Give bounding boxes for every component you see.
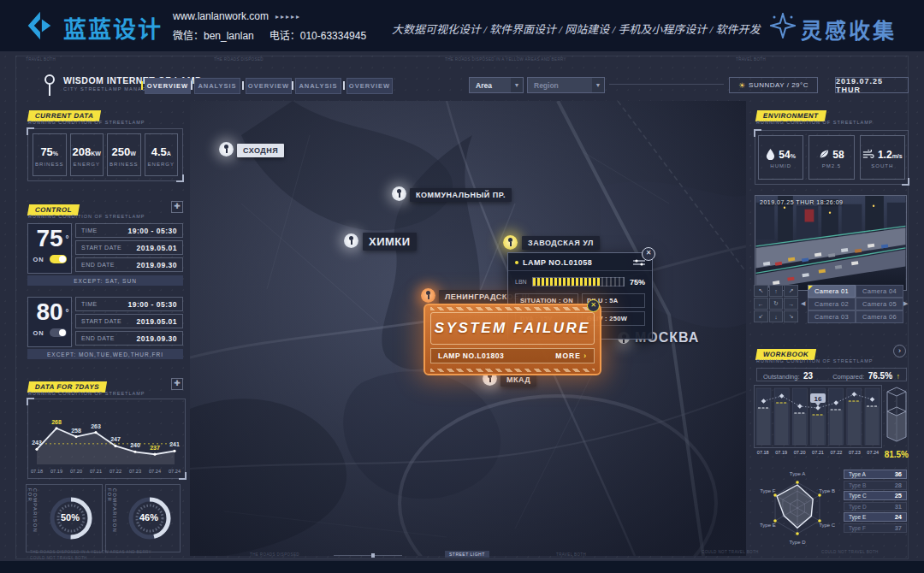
tab-overview-2[interactable]: OVERVIEW (246, 78, 292, 94)
hud-decor-text: THE ROADS DISPOSED IN A YELLOW AREAS AND… (30, 550, 151, 554)
type-row-e[interactable]: Type E24 (844, 512, 907, 522)
map-pin-shodnya[interactable] (219, 142, 234, 157)
more-button[interactable]: MORE (555, 351, 587, 360)
chevron-down-icon[interactable]: ▼ (592, 78, 604, 92)
map-label[interactable]: КОММУНАЛЬНЫЙ ПР. (410, 188, 512, 202)
end-date-row[interactable]: END DATE2019.09.30 (75, 257, 183, 272)
schedule-toggle[interactable] (50, 328, 67, 337)
header-divider (609, 84, 724, 85)
map-pin-zavodskaya[interactable] (503, 235, 518, 250)
banner-phone: 电话：010-63334945 (270, 27, 366, 42)
schedule-toggle[interactable] (50, 255, 67, 263)
svg-text:268: 268 (51, 419, 62, 425)
map-pin-leningradskoe[interactable] (421, 288, 435, 303)
type-row-d[interactable]: Type D31 (844, 502, 907, 511)
camera-button-03[interactable]: Camera 03 (808, 310, 856, 323)
chevron-down-icon[interactable]: ▼ (511, 78, 523, 92)
time-row[interactable]: TIME19:00 - 05:30 (75, 297, 183, 311)
start-date-row[interactable]: START DATE2019.05.01 (75, 314, 183, 328)
svg-text:07.23: 07.23 (129, 469, 141, 474)
metric-tile-briness: 75% BRINESS (33, 133, 67, 176)
svg-text:07.21: 07.21 (90, 469, 102, 474)
current-data-frame: 75% BRINESS 208KW ENERGY 250W BRINESS 4.… (27, 128, 183, 181)
panel-subtitle: RUNNING CONDITION OF STREETLAMP (756, 120, 873, 125)
week-add-button[interactable]: ✚ (171, 378, 183, 390)
pan-right-icon[interactable]: → (784, 298, 798, 310)
camera-feed[interactable]: 2019.07.25 THUR 18:26:09 (755, 195, 907, 291)
gauge-value: 50% (61, 512, 80, 523)
pan-down-left-icon[interactable]: ↙ (754, 310, 768, 322)
map-label[interactable]: ХИМКИ (363, 233, 417, 251)
type-row-c[interactable]: Type C25 (844, 491, 907, 500)
sun-icon: ☀ (738, 81, 745, 90)
week-line-chart: 24307.1826807.1925807.2026307.2124707.22… (28, 399, 183, 476)
camera-button-04[interactable]: Camera 04 (856, 285, 903, 298)
camera-button-06[interactable]: Camera 06 (856, 310, 903, 323)
svg-text:16: 16 (814, 395, 822, 403)
svg-text:258: 258 (71, 428, 81, 434)
pan-left-icon[interactable]: ← (754, 298, 768, 310)
type-list: Type A36 Type B28 Type C25 Type D31 Type… (844, 470, 907, 534)
bottom-bar (0, 561, 924, 573)
city-map[interactable]: СХОДНЯ КОММУНАЛЬНЫЙ ПР. ХИМКИ ЗАВОДСКАЯ … (190, 101, 746, 556)
map-label[interactable]: СХОДНЯ (237, 144, 284, 157)
env-tile-humid: 54% HUMID (758, 135, 803, 180)
svg-text:07.24: 07.24 (169, 469, 181, 474)
map-pin-khimki[interactable] (344, 233, 358, 248)
camera-timestamp: 2019.07.25 THUR 18:26:09 (760, 199, 844, 205)
alert-close-icon[interactable]: ✕ (587, 299, 600, 312)
decor-slider[interactable] (334, 555, 402, 556)
hud-decor-text: THE ROADS DISPOSED IN A YELLOW AREAS AND… (445, 57, 566, 62)
brightness-level-box: 75 ON (27, 223, 72, 274)
top-banner: 蓝蓝设计 www.lanlanwork.com ▸▸▸▸▸ 微信：ben_lan… (0, 0, 924, 51)
camera-button-02[interactable]: Camera 02 (808, 298, 856, 310)
time-row[interactable]: TIME19:00 - 05:30 (75, 223, 183, 238)
pan-up-right-icon[interactable]: ↗ (784, 285, 798, 297)
workbook-bar-chart: 16 (755, 386, 881, 447)
type-row-a[interactable]: Type A36 (844, 470, 907, 479)
camera-button-05[interactable]: Camera 05 (856, 298, 903, 310)
toggle-state: ON (33, 329, 44, 337)
control-add-button[interactable]: ✚ (171, 201, 183, 213)
wind-icon (862, 150, 874, 159)
pan-up-icon[interactable]: ↑ (769, 285, 784, 297)
pan-up-left-icon[interactable]: ↖ (754, 285, 768, 297)
camera-list-prev-icon[interactable]: ◀ (801, 300, 805, 307)
date-box: 2019.07.25 THUR (835, 77, 909, 93)
banner-site[interactable]: www.lanlanwork.com (173, 10, 269, 22)
tab-overview-3[interactable]: OVERVIEW (346, 78, 393, 94)
svg-text:Type B: Type B (819, 488, 835, 493)
refresh-icon[interactable]: ↻ (769, 298, 784, 310)
pan-down-right-icon[interactable]: ↘ (784, 310, 798, 322)
map-pin-kommunalny[interactable] (392, 186, 406, 201)
workbook-more-icon[interactable]: › (893, 345, 906, 357)
popup-close-icon[interactable]: ✕ (642, 247, 655, 261)
panel-subtitle: RUNNING CONDITION OF STREETLAMP (756, 358, 873, 363)
tab-overview-1[interactable]: OVERVIEW (145, 78, 191, 94)
pan-down-icon[interactable]: ↓ (769, 310, 784, 322)
svg-text:247: 247 (110, 436, 121, 442)
camera-button-01[interactable]: Camera 01 (808, 285, 856, 298)
tab-analysis-1[interactable]: ANALYSIS (194, 78, 240, 94)
banner-wechat: 微信：ben_lanlan (173, 27, 254, 42)
svg-text:07.19: 07.19 (50, 469, 62, 474)
svg-text:Type F: Type F (760, 488, 776, 493)
hatch-stripe (430, 369, 595, 372)
type-row-b[interactable]: Type B28 (844, 481, 907, 490)
alert-title: SYSTEM FAILURE (435, 320, 590, 337)
map-label[interactable]: ЗАВОДСКАЯ УЛ (522, 236, 600, 250)
start-date-row[interactable]: START DATE2019.05.01 (75, 240, 183, 255)
toggle-state: ON (33, 256, 44, 263)
environment-frame: 54% HUMID 58 PM2.5 1.2m/s (755, 130, 909, 185)
prism-gauge (886, 386, 908, 447)
sliders-icon[interactable] (633, 258, 645, 267)
tab-analysis-2[interactable]: ANALYSIS (295, 78, 341, 94)
type-row-f[interactable]: Type F37 (844, 523, 907, 533)
region-select[interactable]: Region▼ (527, 77, 605, 93)
hatch-stripe (430, 307, 595, 310)
camera-list-next-icon[interactable]: ▶ (903, 300, 908, 307)
outstanding-label: Outstanding: (763, 373, 800, 381)
date-text: 2019.07.25 THUR (836, 77, 908, 94)
area-select[interactable]: Area▼ (469, 77, 524, 93)
end-date-row[interactable]: END DATE2019.09.30 (75, 331, 183, 346)
